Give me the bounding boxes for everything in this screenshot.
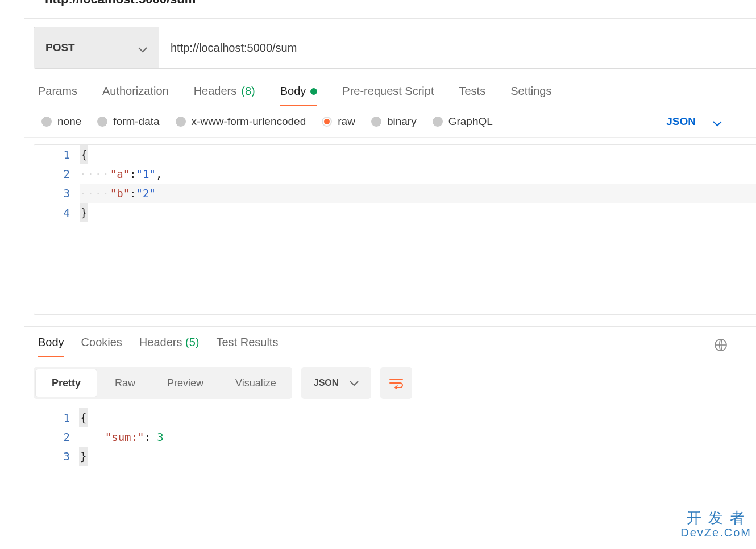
- watermark: 开发者 DevZe.CoM: [680, 510, 751, 539]
- response-tab-body[interactable]: Body: [38, 336, 64, 357]
- http-method-select[interactable]: POST: [34, 27, 159, 68]
- response-view-controls: Pretty Raw Preview Visualize JSON: [24, 357, 756, 399]
- body-type-none[interactable]: none: [41, 115, 81, 128]
- body-type-raw[interactable]: raw: [322, 115, 355, 128]
- tab-settings[interactable]: Settings: [510, 85, 551, 106]
- view-preview[interactable]: Preview: [151, 367, 219, 399]
- raw-format-select[interactable]: JSON: [666, 115, 722, 128]
- tab-tests[interactable]: Tests: [459, 85, 485, 106]
- body-type-raw-label: raw: [338, 115, 355, 128]
- response-view-segments: Pretty Raw Preview Visualize: [34, 367, 292, 399]
- body-type-graphql[interactable]: GraphQL: [433, 115, 493, 128]
- radio-icon: [176, 117, 186, 127]
- response-tab-headers[interactable]: Headers (5): [139, 336, 200, 357]
- request-name-truncated: http://localhost:5000/sum: [24, 0, 756, 10]
- line-gutter: 1 2 3: [34, 408, 78, 466]
- body-indicator-dot: [310, 88, 317, 95]
- globe-icon[interactable]: [714, 338, 742, 355]
- chevron-down-icon: [350, 379, 359, 388]
- request-url-input[interactable]: [159, 27, 756, 68]
- code-area[interactable]: { "sum:": 3 }: [78, 408, 756, 466]
- response-tab-headers-count: (5): [185, 336, 199, 348]
- body-type-binary-label: binary: [387, 115, 417, 128]
- body-type-binary[interactable]: binary: [371, 115, 417, 128]
- response-tab-headers-label: Headers: [139, 336, 182, 348]
- code-area[interactable]: { ····"a":"1", ····"b":"2" }: [78, 145, 756, 314]
- line-gutter: 1 2 3 4: [34, 145, 78, 314]
- view-visualize[interactable]: Visualize: [219, 367, 292, 399]
- tab-authorization[interactable]: Authorization: [102, 85, 169, 106]
- response-tabs: Body Cookies Headers (5) Test Results: [24, 327, 756, 357]
- response-tab-test-results[interactable]: Test Results: [216, 336, 278, 357]
- tab-body-label: Body: [280, 85, 306, 98]
- response-body-editor[interactable]: 1 2 3 { "sum:": 3 }: [34, 408, 756, 466]
- raw-format-label: JSON: [666, 115, 696, 128]
- body-type-form-data[interactable]: form-data: [97, 115, 159, 128]
- tab-body[interactable]: Body: [280, 85, 318, 106]
- view-pretty[interactable]: Pretty: [36, 369, 97, 397]
- request-bar: POST: [34, 27, 756, 69]
- radio-icon: [433, 117, 443, 127]
- body-type-urlencoded[interactable]: x-www-form-urlencoded: [176, 115, 306, 128]
- view-raw[interactable]: Raw: [99, 367, 151, 399]
- response-tab-cookies[interactable]: Cookies: [81, 336, 122, 357]
- request-tabs: Params Authorization Headers (8) Body Pr…: [24, 77, 756, 106]
- tab-headers-count: (8): [241, 85, 255, 98]
- body-type-form-data-label: form-data: [113, 115, 159, 128]
- tab-params[interactable]: Params: [38, 85, 77, 106]
- tab-headers[interactable]: Headers (8): [194, 85, 255, 106]
- response-section: Body Cookies Headers (5) Test Results Pr…: [24, 326, 756, 466]
- radio-icon: [322, 117, 332, 127]
- body-type-none-label: none: [57, 115, 81, 128]
- chevron-down-icon: [138, 43, 147, 52]
- response-format-select[interactable]: JSON: [301, 367, 372, 399]
- radio-icon: [371, 117, 381, 127]
- body-type-graphql-label: GraphQL: [448, 115, 493, 128]
- body-type-urlencoded-label: x-www-form-urlencoded: [192, 115, 306, 128]
- radio-icon: [97, 117, 107, 127]
- tab-headers-label: Headers: [194, 85, 237, 98]
- http-method-label: POST: [45, 41, 75, 54]
- radio-icon: [41, 117, 52, 127]
- body-type-selector: none form-data x-www-form-urlencoded raw…: [24, 106, 756, 138]
- response-format-label: JSON: [314, 378, 339, 388]
- line-wrap-button[interactable]: [380, 367, 412, 399]
- request-body-editor[interactable]: 1 2 3 4 { ····"a":"1", ····"b":"2" }: [34, 144, 756, 315]
- chevron-down-icon: [713, 117, 722, 126]
- tab-prerequest-script[interactable]: Pre-request Script: [342, 85, 434, 106]
- divider: [24, 18, 756, 19]
